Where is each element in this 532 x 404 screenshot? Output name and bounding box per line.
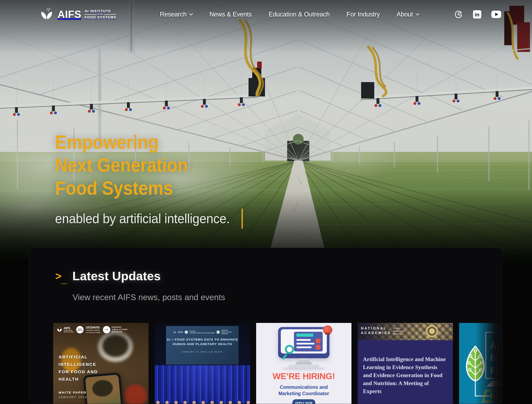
nav-links: Research News & Events Education & Outre…	[160, 11, 419, 18]
threads-icon[interactable]	[454, 10, 463, 19]
card-teal-promo[interactable]: Ap fo Fo ha	[459, 323, 503, 404]
monitor-illustration	[278, 327, 329, 358]
card-national-academies[interactable]: NATIONAL ACADEMIES Sciences Engineering …	[358, 323, 453, 404]
brand-tag-line2: FOOD SYSTEMS	[85, 16, 116, 19]
aifs-mini-logo: AIFS AI INSTITUTE FOOD SYSTEMS	[57, 327, 74, 333]
national-academies-logo: NATIONAL ACADEMIES	[361, 326, 391, 335]
ptfi-icon	[217, 330, 220, 334]
promo-text-clipped: Ap fo Fo	[490, 339, 502, 377]
section-subtitle: View recent AIFS news, posts and events	[72, 293, 225, 302]
chevron-down-icon	[416, 12, 419, 15]
hiring-headline: WE’RE HIRING!	[256, 371, 352, 381]
nav-item-education-outreach[interactable]: Education & Outreach	[269, 11, 330, 18]
brand-tag-line1: AI INSTITUTE	[85, 9, 116, 13]
hero-copy: Empowering Next Generation Food Systems …	[55, 131, 243, 229]
group-photo-crowd	[155, 400, 250, 404]
card-white-paper[interactable]: AIFS AI INSTITUTE FOOD SYSTEMS FOODHEALT…	[53, 323, 148, 404]
ptfi-icon: PTFI	[103, 326, 110, 333]
youtube-icon[interactable]	[491, 11, 501, 18]
rule	[104, 14, 116, 15]
social-links: in	[454, 10, 501, 19]
promo-badge-text: ha	[490, 391, 500, 401]
card-hiring[interactable]: WE’RE HIRING! Communications and Marketi…	[256, 323, 352, 404]
hero-section: AIFS AI INSTITUTE FOR FOOD SYSTEMS Resea…	[0, 0, 532, 267]
updates-card-carousel: AIFS AI INSTITUTE FOOD SYSTEMS FOODHEALT…	[53, 323, 503, 404]
monitor-stand	[295, 358, 313, 365]
brand-tag-for: FOR	[85, 13, 116, 15]
white-paper-meta: WHITE PAPER JANUARY 2024	[58, 391, 88, 399]
card-event-photo[interactable]: AIFS UCDAVIS Innovation Institute for Fo…	[155, 323, 250, 404]
nav-item-research[interactable]: Research	[160, 11, 192, 18]
monitor-shadow	[281, 367, 326, 370]
magnifier-icon	[285, 345, 294, 354]
hero-tagline: enabled by artificial intelligence.	[55, 211, 230, 226]
brand-tagline: AI INSTITUTE FOR FOOD SYSTEMS	[85, 9, 116, 19]
national-academies-sub: Sciences Engineering Medicine	[393, 327, 404, 335]
periodic-table-of-food-logo: PTFI PERIODIC TABLE of FOOD INITIATIVE	[103, 326, 128, 333]
bell-icon	[323, 325, 332, 335]
apply-now-button[interactable]: APPLY NOW	[292, 399, 315, 404]
brand-name: AIFS	[58, 9, 81, 19]
stage-truss	[155, 323, 250, 325]
rule	[85, 14, 97, 15]
screen-title: AI + FOOD SYSTEMS DATA TO ENHANCE HUMAN …	[166, 337, 239, 346]
linkedin-icon[interactable]: in	[473, 10, 481, 19]
chevron-down-icon	[189, 12, 193, 15]
nav-item-for-industry[interactable]: For Industry	[346, 11, 380, 18]
white-paper-title: ARTIFICIAL INTELLIGENCE FOR FOOD AND HEA…	[58, 353, 98, 383]
report-title: Artificial Intelligence and Machine Lear…	[363, 355, 446, 395]
food-health-icon	[185, 330, 188, 334]
partner-logos-row: AIFS AI INSTITUTE FOOD SYSTEMS FOODHEALT…	[57, 326, 147, 333]
aifs-leaf-icon	[57, 327, 63, 333]
aifs-leaf-icon	[39, 7, 54, 22]
nav-item-news-events[interactable]: News & Events	[209, 11, 252, 18]
screen-date: JANUARY 17, 2024 | UC DAVIS	[166, 351, 239, 353]
svg-text:in: in	[475, 12, 479, 18]
top-navigation: AIFS AI INSTITUTE FOR FOOD SYSTEMS Resea…	[0, 0, 532, 29]
blue-curtain	[155, 365, 250, 403]
latest-updates-panel: >_ Latest Updates View recent AIFS news,…	[29, 248, 503, 404]
screen-logos-row: AIFS UCDAVIS Innovation Institute for Fo…	[166, 330, 239, 335]
projection-screen: AIFS UCDAVIS Innovation Institute for Fo…	[165, 325, 239, 365]
hero-headline-line2: Next Generation	[55, 154, 230, 177]
hiring-role: Communications and Marketing Coordinator	[256, 384, 352, 397]
aifs-logo[interactable]: AIFS AI INSTITUTE FOR FOOD SYSTEMS	[39, 7, 116, 22]
food-health-logo: FOODHEALTH	[76, 326, 83, 333]
typing-cursor	[242, 208, 243, 229]
ucdavis-logo: UCDAVIS Innovation Institute for Food an…	[86, 326, 101, 333]
terminal-prompt-icon: >_	[55, 269, 67, 283]
hero-headline-line3: Food Systems	[55, 177, 230, 200]
hero-headline-line1: Empowering	[55, 131, 230, 154]
aifs-leaf-icon	[173, 330, 176, 334]
latest-updates-heading: >_ Latest Updates	[55, 269, 161, 283]
section-title: Latest Updates	[72, 269, 161, 283]
nav-item-about[interactable]: About	[397, 11, 419, 18]
